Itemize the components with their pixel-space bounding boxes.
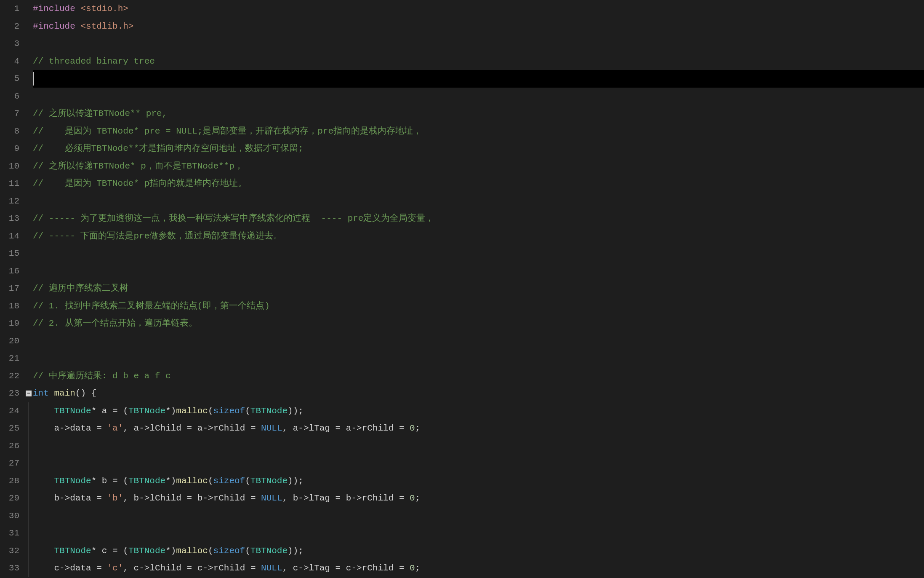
fold-collapse-icon[interactable]: −	[24, 385, 33, 402]
fold-margin[interactable]: −	[24, 0, 33, 578]
code-token: // 中序遍历结果: d b e a f c	[33, 371, 171, 381]
code-line[interactable]: TBTNode* b = (TBTNode*)malloc(sizeof(TBT…	[33, 472, 924, 490]
line-number[interactable]: 19	[0, 315, 19, 332]
line-number[interactable]: 2	[0, 18, 19, 35]
line-number[interactable]: 28	[0, 472, 19, 490]
code-line[interactable]: int main() {	[33, 385, 924, 402]
code-token: a	[102, 406, 107, 416]
line-number[interactable]: 8	[0, 123, 19, 140]
line-number[interactable]: 12	[0, 193, 19, 210]
fold-margin-empty	[24, 70, 33, 88]
code-line[interactable]: // threaded binary tree	[33, 53, 924, 70]
code-line[interactable]: // 遍历中序线索二叉树	[33, 280, 924, 297]
line-number[interactable]: 22	[0, 367, 19, 385]
code-token: sizeof	[213, 546, 245, 556]
line-number[interactable]: 13	[0, 210, 19, 227]
code-token	[404, 563, 410, 573]
line-number[interactable]: 27	[0, 455, 19, 472]
code-line[interactable]: // 必须用TBTNode**才是指向堆内存空间地址，数据才可保留;	[33, 140, 924, 158]
code-line[interactable]	[33, 35, 924, 53]
line-number[interactable]: 14	[0, 227, 19, 245]
line-number[interactable]: 4	[0, 53, 19, 70]
code-line[interactable]	[33, 455, 924, 472]
code-token: main	[54, 388, 75, 398]
line-number[interactable]: 21	[0, 350, 19, 367]
code-token	[75, 21, 81, 31]
line-number[interactable]: 30	[0, 507, 19, 525]
line-number[interactable]: 6	[0, 88, 19, 105]
code-line[interactable]: // ----- 为了更加透彻这一点，我换一种写法来写中序线索化的过程 ----…	[33, 210, 924, 227]
code-token	[75, 4, 81, 13]
code-line[interactable]: #include <stdlib.h>	[33, 18, 924, 35]
code-token: int	[33, 388, 49, 398]
line-number-gutter[interactable]: 1234567891011121314151617181920212223242…	[0, 0, 24, 578]
line-number[interactable]: 23	[0, 385, 19, 402]
code-token: NULL	[261, 563, 282, 573]
code-token: *	[91, 476, 97, 486]
code-token	[33, 563, 54, 573]
line-number[interactable]: 18	[0, 297, 19, 315]
fold-guide-line	[24, 402, 33, 420]
code-line[interactable]: TBTNode* c = (TBTNode*)malloc(sizeof(TBT…	[33, 542, 924, 560]
code-line[interactable]: // 1. 找到中序线索二叉树最左端的结点(即，第一个结点)	[33, 297, 924, 315]
line-number[interactable]: 9	[0, 140, 19, 158]
line-number[interactable]: 7	[0, 105, 19, 123]
code-area[interactable]: #include <stdio.h>#include <stdlib.h>// …	[33, 0, 924, 578]
fold-margin-empty	[24, 123, 33, 140]
code-token	[33, 406, 54, 416]
line-number[interactable]: 24	[0, 402, 19, 420]
line-number[interactable]: 3	[0, 35, 19, 53]
line-number[interactable]: 16	[0, 262, 19, 280]
code-token: ->	[139, 423, 149, 433]
code-token	[96, 476, 102, 486]
code-line[interactable]: TBTNode* a = (TBTNode*)malloc(sizeof(TBT…	[33, 402, 924, 420]
line-number[interactable]: 20	[0, 332, 19, 350]
code-line[interactable]	[33, 88, 924, 105]
line-number[interactable]: 11	[0, 175, 19, 193]
code-token: TBTNode	[128, 406, 165, 416]
code-line[interactable]: #include <stdio.h>	[33, 0, 924, 18]
code-line[interactable]: // 之所以传递TBTNode* p，而不是TBTNode**p，	[33, 158, 924, 175]
code-line[interactable]: c->data = 'c', c->lChild = c->rChild = N…	[33, 559, 924, 577]
line-number[interactable]: 15	[0, 245, 19, 262]
code-line[interactable]: a->data = 'a', a->lChild = a->rChild = N…	[33, 420, 924, 437]
fold-guide-line	[24, 420, 33, 437]
line-number[interactable]: 31	[0, 524, 19, 542]
code-line[interactable]: // 中序遍历结果: d b e a f c	[33, 367, 924, 385]
line-number[interactable]: 17	[0, 280, 19, 297]
code-line[interactable]	[33, 507, 924, 525]
line-number[interactable]: 5	[0, 70, 19, 88]
line-number[interactable]: 25	[0, 420, 19, 437]
line-number[interactable]: 33	[0, 559, 19, 577]
code-line[interactable]	[33, 524, 924, 542]
code-line[interactable]	[33, 332, 924, 350]
line-number[interactable]: 29	[0, 490, 19, 507]
code-token: =	[250, 563, 256, 573]
code-line[interactable]	[33, 437, 924, 455]
code-line[interactable]: // 是因为 TBTNode* p指向的就是堆内存地址。	[33, 175, 924, 193]
code-token: rChild	[362, 563, 394, 573]
code-token: data	[70, 423, 91, 433]
line-number[interactable]: 1	[0, 0, 19, 18]
code-line[interactable]: // 2. 从第一个结点开始，遍历单链表。	[33, 315, 924, 332]
code-line[interactable]: // ----- 下面的写法是pre做参数，通过局部变量传递进去。	[33, 227, 924, 245]
code-line[interactable]: // 之所以传递TBTNode** pre,	[33, 105, 924, 123]
code-line[interactable]: b->data = 'b', b->lChild = b->rChild = N…	[33, 490, 924, 507]
line-number[interactable]: 10	[0, 158, 19, 175]
code-token: ;	[415, 423, 421, 433]
line-number[interactable]: 32	[0, 542, 19, 560]
line-number[interactable]: 26	[0, 437, 19, 455]
code-token: c	[134, 563, 139, 573]
code-line[interactable]	[33, 70, 924, 88]
code-token	[102, 423, 107, 433]
code-editor[interactable]: 1234567891011121314151617181920212223242…	[0, 0, 924, 578]
code-line[interactable]	[33, 193, 924, 210]
code-line[interactable]	[33, 262, 924, 280]
code-line[interactable]: // 是因为 TBTNode* pre = NULL;是局部变量，开辟在栈内存，…	[33, 123, 924, 140]
code-line[interactable]	[33, 350, 924, 367]
code-token	[256, 423, 261, 433]
code-token: ;	[415, 563, 421, 573]
code-line[interactable]	[33, 245, 924, 262]
code-token: // 是因为 TBTNode* p指向的就是堆内存地址。	[33, 179, 247, 188]
code-token: (	[118, 476, 128, 486]
